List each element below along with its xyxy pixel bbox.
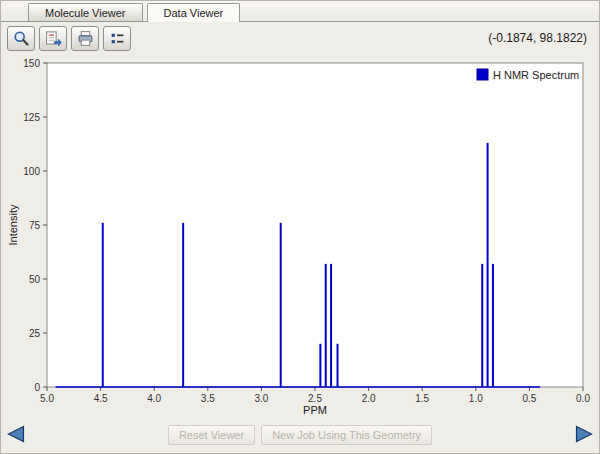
tab-molecule-viewer-label: Molecule Viewer <box>45 7 126 19</box>
nmr-spectrum-chart[interactable]: 5.04.54.03.53.02.52.01.51.00.50.00255075… <box>5 53 597 415</box>
toolbar-row: (-0.1874, 98.1822) <box>1 22 599 53</box>
x-axis-label: PPM <box>303 404 327 415</box>
reset-viewer-button[interactable]: Reset Viewer <box>168 425 255 445</box>
x-tick-label: 3.5 <box>201 393 215 404</box>
y-axis-label: Intensity <box>7 204 19 245</box>
x-tick-label: 1.5 <box>415 393 429 404</box>
tab-data-viewer-label: Data Viewer <box>164 7 224 19</box>
zoom-icon <box>13 30 30 47</box>
legend-toggle-button[interactable] <box>103 26 131 51</box>
legend-toggle-icon <box>109 30 126 47</box>
y-tick-label: 100 <box>23 166 40 177</box>
export-image-icon <box>45 30 62 47</box>
x-tick-label: 3.0 <box>254 393 268 404</box>
x-tick-label: 1.0 <box>469 393 483 404</box>
tab-data-viewer[interactable]: Data Viewer <box>147 3 241 22</box>
new-job-button[interactable]: New Job Using This Geometry <box>261 425 432 445</box>
y-tick-label: 125 <box>23 112 40 123</box>
y-tick-label: 150 <box>23 58 40 69</box>
print-button[interactable] <box>71 26 99 51</box>
y-tick-label: 50 <box>29 274 41 285</box>
x-tick-label: 0.5 <box>522 393 536 404</box>
x-tick-label: 0.0 <box>576 393 590 404</box>
chart-region: 5.04.54.03.53.02.52.01.51.00.50.00255075… <box>1 53 599 415</box>
cursor-coordinates: (-0.1874, 98.1822) <box>488 31 587 45</box>
previous-view-button[interactable] <box>6 425 26 443</box>
webmo-viewer-window: Molecule Viewer Data Viewer <box>0 0 600 454</box>
y-tick-label: 25 <box>29 328 41 339</box>
x-tick-label: 4.0 <box>147 393 161 404</box>
print-icon <box>77 30 94 47</box>
x-tick-label: 5.0 <box>40 393 54 404</box>
x-tick-label: 2.0 <box>362 393 376 404</box>
tab-molecule-viewer[interactable]: Molecule Viewer <box>28 3 143 21</box>
right-arrow-icon <box>574 425 594 443</box>
plot-area[interactable] <box>47 63 583 387</box>
legend-label: H NMR Spectrum <box>493 69 579 81</box>
export-image-button[interactable] <box>39 26 67 51</box>
x-tick-label: 2.5 <box>308 393 322 404</box>
tab-bar: Molecule Viewer Data Viewer <box>1 1 599 22</box>
y-tick-label: 75 <box>29 220 41 231</box>
x-tick-label: 4.5 <box>94 393 108 404</box>
next-view-button[interactable] <box>574 425 594 443</box>
zoom-button[interactable] <box>7 26 35 51</box>
left-arrow-icon <box>6 425 26 443</box>
toolbar <box>7 26 131 51</box>
bottom-bar: Reset Viewer New Job Using This Geometry <box>1 416 599 453</box>
y-tick-label: 0 <box>34 382 40 393</box>
legend-swatch <box>477 69 488 80</box>
